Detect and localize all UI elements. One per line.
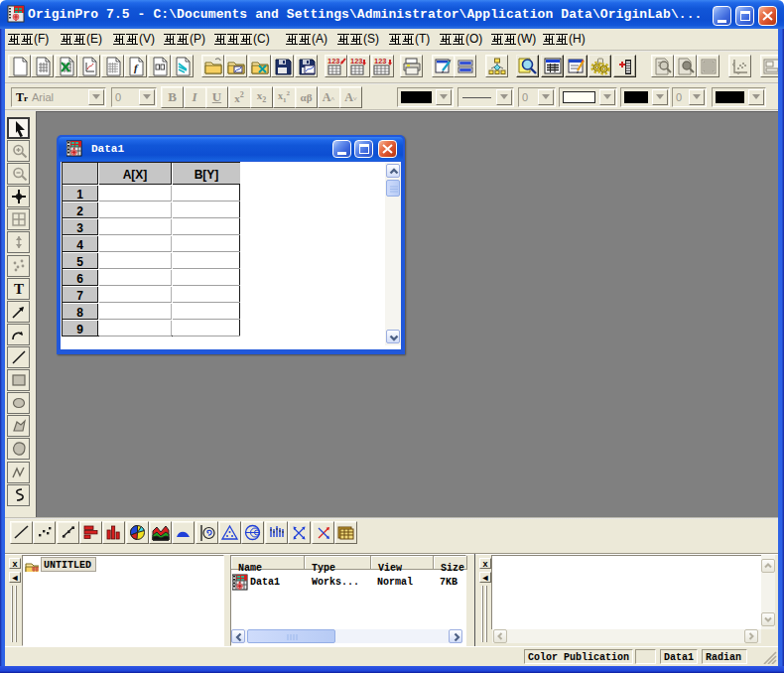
svg-text:123: 123 <box>374 57 387 66</box>
svg-text:T: T <box>14 281 24 297</box>
svg-text:123: 123 <box>350 57 363 66</box>
svg-text:123: 123 <box>327 57 340 66</box>
